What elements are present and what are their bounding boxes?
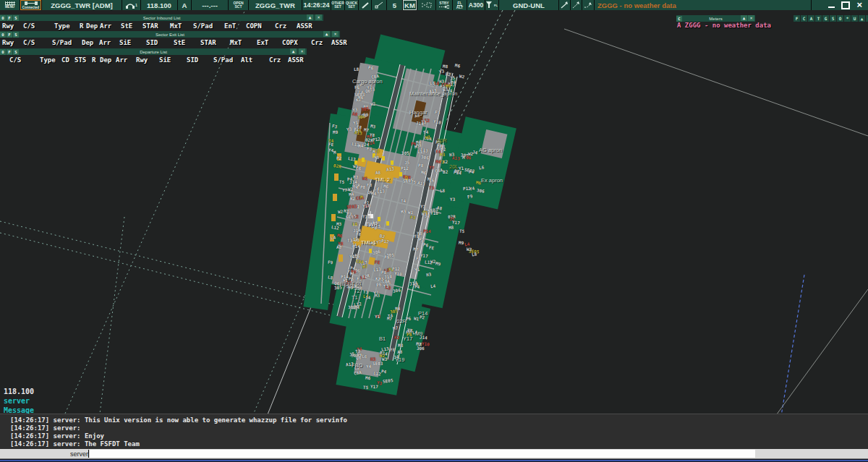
column-header[interactable]: SiE <box>159 56 171 64</box>
column-header[interactable]: CD <box>61 56 69 64</box>
chat-input[interactable] <box>90 450 755 458</box>
sector-exit-list-titlebar[interactable]: 0FS Sector Exit List ▲ × <box>0 31 340 38</box>
dotted-square-icon <box>421 1 433 9</box>
altitude-filter-button[interactable]: FL <box>485 0 498 10</box>
tag-filter-button[interactable]: G <box>822 15 829 22</box>
column-header[interactable]: MxT <box>230 39 242 46</box>
close-icon[interactable]: × <box>299 48 305 54</box>
tag-filter-button[interactable]: T <box>815 15 822 22</box>
tag-filter-button[interactable]: U <box>851 15 858 22</box>
close-icon[interactable]: × <box>315 14 322 20</box>
arrow-up-right-icon <box>561 1 569 9</box>
stby-transfer-button[interactable]: STBY <box>436 0 452 10</box>
dashed-curve-arrow-icon <box>584 1 592 9</box>
column-header[interactable]: STAR <box>142 22 158 30</box>
column-header[interactable]: Type <box>54 22 70 30</box>
collapse-icon[interactable]: ▲ <box>323 31 330 37</box>
measure-tool-button[interactable] <box>372 0 386 10</box>
callsign-display[interactable]: ZGGG_TWR [ADM] <box>42 0 122 10</box>
other-set-button[interactable]: OTHERSET <box>331 0 344 10</box>
tag-filter-button[interactable]: S <box>830 15 836 22</box>
column-header[interactable]: C/S <box>23 39 35 46</box>
frequency-mode[interactable]: A <box>178 0 191 10</box>
collapse-icon[interactable]: ▲ <box>741 15 747 21</box>
range-unit-button[interactable]: KM <box>403 0 417 10</box>
voice-channel-button[interactable]: 1 <box>122 0 140 10</box>
channel-label[interactable]: server <box>4 396 34 406</box>
column-header[interactable]: C/S <box>23 22 35 30</box>
radar-map[interactable] <box>0 0 868 462</box>
column-header[interactable]: STAR <box>200 39 216 46</box>
heading-tool-button[interactable] <box>571 0 582 10</box>
column-header[interactable]: R <box>92 56 95 64</box>
tag-filter-button[interactable]: O <box>837 15 843 22</box>
column-header[interactable]: S/Pad <box>213 56 233 64</box>
column-header[interactable]: S/Pad <box>52 39 72 46</box>
column-header[interactable]: Arr <box>99 39 111 46</box>
range-value[interactable]: 5 <box>387 0 402 10</box>
column-header[interactable]: StE <box>174 39 185 46</box>
menu-button[interactable]: MENU <box>0 0 20 10</box>
column-header[interactable]: Dep <box>100 56 111 64</box>
maximize-button[interactable] <box>841 1 850 9</box>
active-sector-display[interactable]: ZGGG_TWR <box>249 0 302 10</box>
close-icon[interactable]: × <box>332 31 339 37</box>
column-header[interactable]: Rwy <box>136 56 148 64</box>
column-header[interactable]: ASSR <box>297 22 312 30</box>
transfer-arrow-icon <box>439 5 449 9</box>
close-button[interactable]: × <box>856 1 862 9</box>
close-icon[interactable]: × <box>748 15 754 21</box>
column-header[interactable]: Crz <box>269 56 281 64</box>
column-header[interactable]: Dep <box>82 39 93 46</box>
secondary-frequency[interactable]: ---.--- <box>192 0 228 10</box>
tag-filter-button[interactable]: F <box>793 15 800 22</box>
column-header[interactable]: Type <box>40 56 56 64</box>
sector-inbound-list-titlebar[interactable]: 0FS Sector Inbound List ▲ × <box>0 14 323 21</box>
collapse-icon[interactable]: ▲ <box>859 15 865 22</box>
column-header[interactable]: C/S <box>9 56 21 64</box>
tag-filter-button[interactable]: A <box>808 15 814 22</box>
departure-list-titlebar[interactable]: 0FS Departure List ▲ × <box>0 48 307 55</box>
tag-filter-button[interactable]: C <box>801 15 807 22</box>
column-header[interactable]: R <box>80 22 83 30</box>
fl-alt-toggle[interactable]: FL ALT <box>453 0 467 10</box>
primary-frequency[interactable]: 118.100 <box>141 0 177 10</box>
draw-tool-button[interactable] <box>359 0 371 10</box>
altitude-filter-range[interactable]: GND-UNL <box>499 0 558 10</box>
column-header[interactable]: MxT <box>170 22 182 30</box>
column-header[interactable]: Alt <box>241 56 252 64</box>
collapse-icon[interactable]: ▲ <box>290 48 297 54</box>
headset-icon <box>125 1 135 9</box>
column-header[interactable]: STS <box>75 56 86 64</box>
minimize-button[interactable] <box>828 7 835 8</box>
column-header[interactable]: SiE <box>119 39 131 46</box>
collapse-icon[interactable]: ▲ <box>307 14 313 20</box>
chat-message-area[interactable]: [14:26:17] server: This Unix version is … <box>0 414 868 449</box>
column-header[interactable]: Dep <box>86 22 98 30</box>
column-header[interactable]: Crz <box>311 39 323 46</box>
open-sct-button[interactable]: OPEN SCT <box>229 0 248 10</box>
column-header[interactable]: ASSR <box>331 39 347 46</box>
column-header[interactable]: COPN <box>246 22 262 30</box>
vector-tool-button[interactable] <box>559 0 570 10</box>
column-header[interactable]: Arr <box>116 56 127 64</box>
column-header[interactable]: Arr <box>100 22 111 30</box>
column-header[interactable]: StE <box>121 22 132 30</box>
aircraft-type-display[interactable]: A300 <box>467 0 485 10</box>
column-header[interactable]: SID <box>146 39 158 46</box>
grid-toggle-button[interactable] <box>417 0 435 10</box>
column-header[interactable]: ASSR <box>288 56 304 64</box>
column-header[interactable]: COPX <box>282 39 298 46</box>
column-header[interactable]: EnT <box>224 22 236 30</box>
column-header[interactable]: Crz <box>275 22 286 30</box>
route-tool-button[interactable] <box>582 0 594 10</box>
weather-status[interactable]: ZGGG - no weather data <box>595 0 811 10</box>
connect-button[interactable]: Connected <box>20 0 41 10</box>
column-header[interactable]: Rwy <box>2 39 14 46</box>
column-header[interactable]: Rwy <box>2 22 14 30</box>
column-header[interactable]: SID <box>187 56 198 64</box>
tag-filter-button[interactable]: * <box>844 15 851 22</box>
column-header[interactable]: S/Pad <box>193 22 213 30</box>
column-header[interactable]: ExT <box>257 39 268 46</box>
quick-set-button[interactable]: QUICKSET <box>345 0 358 10</box>
